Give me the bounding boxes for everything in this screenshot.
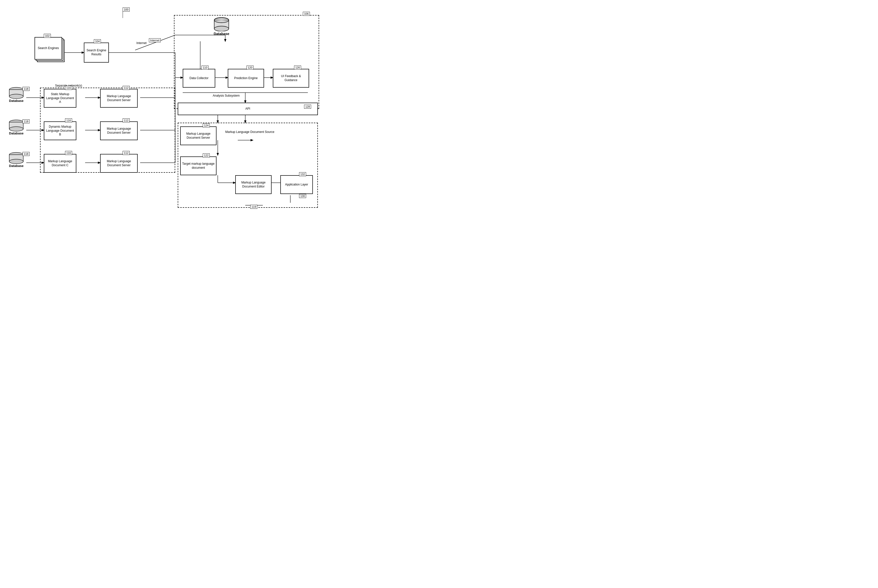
dynamic-markup-box: Dynamic Markup Language Document B <box>44 122 76 140</box>
mld-server2-box: Markup Language Document Server <box>100 122 138 140</box>
ref118c-label: 118 <box>22 152 30 156</box>
svg-point-40 <box>9 94 23 99</box>
ref116c-label: 116 <box>65 151 72 155</box>
ref108-label: Internet <box>149 38 161 42</box>
ref124-label: 124 <box>203 123 210 128</box>
markup-c-box: Markup Language Document C <box>44 154 76 173</box>
ref126-label: 126 <box>294 66 301 70</box>
data-collector-box: Data Collector <box>183 69 215 88</box>
mld-server4-box: Markup Language Document Server <box>180 126 216 145</box>
ref119-label: 119 <box>250 205 257 209</box>
ref112b-label: 112 <box>123 118 130 122</box>
mld-server1-box: Markup Language Document Server <box>100 89 138 108</box>
ref128-label: 128 <box>304 105 311 109</box>
diagram: 100 Search Engines 102 Search Engine Res… <box>0 0 330 225</box>
main-database-icon: Database <box>213 16 230 36</box>
ref132-label: 132 <box>299 172 306 176</box>
search-engines-box: Search Engines <box>34 37 62 60</box>
svg-point-43 <box>9 127 23 131</box>
ref122-label: 122 <box>203 153 210 158</box>
ref116a-label: 116 <box>65 86 72 90</box>
search-engine-results-box: Search Engine Results <box>84 42 109 63</box>
static-markup-box: Static Markup Language Document A <box>44 89 76 108</box>
analysis-subsystem-label: Analysis Subsystem <box>213 94 240 98</box>
ref118a-label: 118 <box>22 87 30 91</box>
ref118b-label: 118 <box>22 119 30 123</box>
mld-server3-box: Markup Language Document Server <box>100 154 138 173</box>
svg-point-37 <box>214 18 229 23</box>
ref116b-label: 116 <box>65 118 72 122</box>
mld-editor-box: Markup Language Document Editor <box>235 175 271 194</box>
ref104-label: 104 <box>94 39 101 43</box>
ref102-label: 102 <box>44 34 51 38</box>
api-box: API <box>178 103 318 115</box>
app-layer-box: Application Layer <box>280 175 313 194</box>
svg-point-36 <box>214 26 229 31</box>
analysis-subsystem-rect <box>174 15 319 109</box>
mld-source-label: Markup Language Document Source <box>225 130 274 134</box>
database-svg <box>213 16 230 31</box>
ref110-label: 110 <box>201 66 208 70</box>
ref100-label: 100 <box>123 8 130 12</box>
ref120-label: 120 <box>247 66 253 70</box>
ref106-label: 106 <box>303 12 310 16</box>
internet-label: Internet <box>136 41 147 45</box>
ref112a-label: 112 <box>123 86 130 90</box>
ref112c-label: 112 <box>123 151 130 155</box>
svg-point-46 <box>9 159 23 164</box>
ref130-label: 130 <box>299 194 306 198</box>
prediction-engine-box: Prediction Engine <box>228 69 264 88</box>
ui-feedback-box: UI Feedback & Guidance <box>273 69 309 88</box>
target-doc-box: Target markup language document <box>180 156 216 175</box>
